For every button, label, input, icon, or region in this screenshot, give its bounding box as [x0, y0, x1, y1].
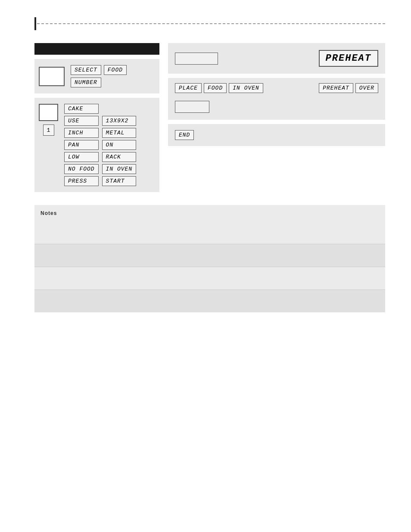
table-cell [34, 244, 385, 267]
bottom-table-header: Notes [34, 205, 385, 221]
table-row [34, 221, 385, 244]
table-cell [34, 221, 385, 244]
step1-panel: SELECT FOOD NUMBER [34, 59, 159, 93]
top-border [34, 17, 385, 30]
place-label: PLACE [175, 83, 202, 93]
metal-label: METAL [102, 128, 137, 138]
over-label: OVER [355, 83, 378, 93]
right-middle-panel: PLACE FOOD IN OVEN PREHEAT OVER [168, 78, 385, 120]
inoven-label: IN OVEN [102, 164, 137, 174]
right-column: PREHEAT PLACE FOOD IN OVEN PREHEAT OVER [168, 43, 385, 192]
left-column: SELECT FOOD NUMBER 1 CAKE USE [34, 43, 159, 192]
step2-grid: CAKE USE 13X9X2 INCH METAL PAN ON LOW RA… [64, 104, 136, 186]
food-label: FOOD [104, 65, 127, 75]
rack-label: RACK [102, 152, 137, 162]
size-label: 13X9X2 [102, 116, 137, 126]
cake-label: CAKE [64, 104, 99, 114]
step2-panel: 1 CAKE USE 13X9X2 INCH METAL PAN ON LOW … [34, 98, 159, 192]
step2-image [39, 104, 58, 121]
step2-number: 1 [43, 124, 54, 136]
table-row [34, 290, 385, 313]
on-label: ON [102, 140, 137, 150]
low-label: LOW [64, 152, 99, 162]
select-label: SELECT [71, 65, 101, 75]
nofood-label: NO FOOD [64, 164, 99, 174]
step1-row2: NUMBER [71, 78, 127, 87]
preheat-over-row: PREHEAT OVER [319, 83, 378, 93]
bottom-table: Notes [34, 205, 385, 312]
step1-row1: SELECT FOOD [71, 65, 127, 75]
pan-label: PAN [64, 140, 99, 150]
table-cell [34, 267, 385, 290]
left-header [34, 43, 159, 55]
step1-image [39, 67, 65, 86]
table-row [34, 244, 385, 267]
page-container: SELECT FOOD NUMBER 1 CAKE USE [0, 0, 411, 330]
start-label: START [102, 176, 137, 186]
inoven-label-right: IN OVEN [229, 83, 263, 93]
border-horizontal [37, 23, 385, 24]
main-content: SELECT FOOD NUMBER 1 CAKE USE [34, 43, 385, 192]
inch-label: INCH [64, 128, 99, 138]
middle-blank-display [175, 101, 209, 113]
step2-left: 1 [39, 104, 58, 136]
right-bottom-panel: END [168, 124, 385, 146]
border-vertical [34, 17, 36, 30]
table-row [34, 267, 385, 290]
place-food-row: PLACE FOOD IN OVEN [175, 83, 263, 93]
right-blank-display [175, 53, 218, 65]
preheat-label-small: PREHEAT [319, 83, 353, 93]
food-label-right: FOOD [204, 83, 227, 93]
right-top-panel: PREHEAT [168, 43, 385, 74]
preheat-display: PREHEAT [319, 50, 378, 67]
bottom-section: Notes [34, 205, 385, 312]
press-label: PRESS [64, 176, 99, 186]
number-label: NUMBER [71, 78, 101, 87]
table-cell [34, 290, 385, 313]
end-label: END [175, 130, 194, 140]
step1-display: SELECT FOOD NUMBER [71, 65, 127, 87]
use-label: USE [64, 116, 99, 126]
